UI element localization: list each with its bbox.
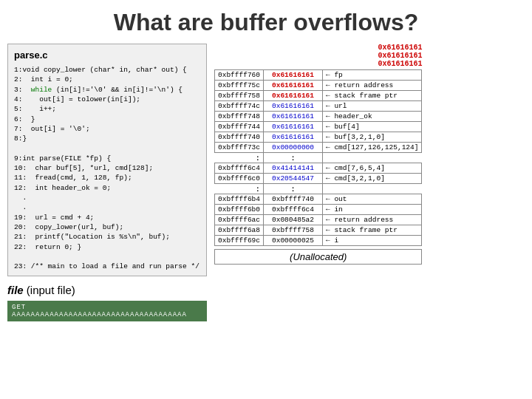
parse-c-title: parse.c — [14, 49, 200, 62]
stack-arrow: ← cmd[127,126,125,124] — [323, 143, 422, 153]
stack-row: 0xbffff74c0x61616161← url — [215, 101, 422, 112]
stack-arrow: ← stack frame ptr — [323, 225, 422, 236]
stack-arrow: ← i — [323, 236, 422, 246]
val-dots: : — [264, 153, 323, 163]
file-label: file (input file) — [7, 284, 207, 296]
top-addr-2: 0x61616161 — [378, 52, 422, 60]
code-line-4: 4: out[i] = tolower(in[i]); — [14, 95, 200, 104]
stack-addr: 0xbffff75c — [215, 81, 264, 91]
arrow-dots — [323, 153, 422, 163]
stack-row: 0xbffff7440x61616161← buf[4] — [215, 122, 422, 132]
right-panel: 0x61616161 0x61616161 0x61616161 0xbffff… — [214, 44, 525, 321]
stack-addr: 0xbffff748 — [215, 112, 264, 122]
stack-addr: 0xbffff744 — [215, 122, 264, 132]
code-line-3: 3: while (in[i]!='\0' && in[i]!='\n') { — [14, 85, 200, 95]
stack-val: 0x61616161 — [264, 132, 323, 143]
stack-row: 0xbffff69c0x00000025← i — [215, 236, 422, 246]
stack-val: 0x080485a2 — [264, 215, 323, 225]
code-line-11: 11: fread(cmd, 1, 128, fp); — [14, 173, 200, 183]
code-line-2: 2: int i = 0; — [14, 75, 200, 84]
stack-arrow: ← fp — [323, 70, 422, 81]
stack-val: 0x00000025 — [264, 236, 323, 246]
stack-addr: 0xbffff73c — [215, 143, 264, 153]
stack-arrow: ← stack frame ptr — [323, 91, 422, 101]
code-line-23: 23: /** main to load a file and run pars… — [14, 262, 200, 271]
code-line-21: 21: printf("Location is %s\n", buf); — [14, 232, 200, 242]
stack-arrow: ← header_ok — [323, 112, 422, 122]
stack-addr: 0xbffff6b0 — [215, 205, 264, 215]
stack-arrow: ← in — [323, 205, 422, 215]
code-line-10: 10: char buf[5], *url, cmd[128]; — [14, 163, 200, 173]
get-bar: GET AAAAAAAAAAAAAAAAAAAAAAAAAAAAAAAAAAAA… — [7, 301, 207, 321]
stack-row: 0xbffff7480x61616161← header_ok — [215, 112, 422, 122]
stack-val: 0x20544547 — [264, 174, 323, 184]
left-panel: parse.c 1:void copy_lower (char* in, cha… — [7, 44, 207, 321]
stack-row: 0xbffff73c0x00000000← cmd[127,126,125,12… — [215, 143, 422, 153]
stack-val: 0x41414141 — [264, 163, 323, 174]
stack-addr: 0xbffff6b4 — [215, 194, 264, 205]
stack-row: 0xbffff7600x61616161← fp — [215, 70, 422, 81]
stack-addr: 0xbffff74c — [215, 101, 264, 112]
addr-dots: : — [215, 153, 264, 163]
stack-val: 0x61616161 — [264, 81, 323, 91]
code-line-7: 7: out[i] = '\0'; — [14, 124, 200, 134]
stack-row: 0xbffff6a80xbffff758← stack frame ptr — [215, 225, 422, 236]
stack-val: 0xbffff758 — [264, 225, 323, 236]
stack-row: 0xbffff75c0x61616161← return address — [215, 81, 422, 91]
unallocated-label: (Unallocated) — [214, 249, 422, 265]
code-box: parse.c 1:void copy_lower (char* in, cha… — [7, 44, 207, 276]
stack-addr: 0xbffff6c4 — [215, 163, 264, 174]
code-line-1: 1:void copy_lower (char* in, char* out) … — [14, 65, 200, 75]
stack-arrow: ← out — [323, 194, 422, 205]
stack-val: 0x61616161 — [264, 91, 323, 101]
stack-addr: 0xbffff740 — [215, 132, 264, 143]
stack-val: 0xbffff740 — [264, 194, 323, 205]
stack-row: 0xbffff6ac0x080485a2← return address — [215, 215, 422, 225]
stack-section: 0x61616161 0x61616161 0x61616161 0xbffff… — [214, 44, 422, 265]
code-line-19: 19: url = cmd + 4; — [14, 213, 200, 222]
stack-addr: 0xbffff6c0 — [215, 174, 264, 184]
code-line-dots2: . — [14, 202, 200, 212]
stack-row: 0xbffff6b40xbffff740← out — [215, 194, 422, 205]
stack-row: 0xbffff7580x61616161← stack frame ptr — [215, 91, 422, 101]
val-dots: : — [264, 184, 323, 194]
top-addr-1: 0x61616161 — [378, 44, 422, 52]
stack-val: 0x61616161 — [264, 101, 323, 112]
code-line-8: 8:} — [14, 134, 200, 143]
stack-table: 0xbffff7600x61616161← fp0xbffff75c0x6161… — [214, 69, 422, 246]
stack-val: 0x61616161 — [264, 70, 323, 81]
stack-dots-row: :: — [215, 184, 422, 194]
file-keyword: file — [7, 284, 24, 296]
stack-val: 0xbffff6c4 — [264, 205, 323, 215]
code-line-9: 9:int parse(FILE *fp) { — [14, 154, 200, 163]
stack-arrow: ← buf[4] — [323, 122, 422, 132]
page-title: What are buffer overflows? — [0, 0, 532, 44]
top-addr-3: 0x61616161 — [378, 60, 422, 68]
code-line-20: 20: copy_lower(url, buf); — [14, 222, 200, 232]
code-line-12: 12: int header_ok = 0; — [14, 183, 200, 193]
while-keyword: while — [31, 86, 52, 94]
stack-row: 0xbffff6c00x20544547← cmd[3,2,1,0] — [215, 174, 422, 184]
addr-dots: : — [215, 184, 264, 194]
stack-dots-row: :: — [215, 153, 422, 163]
code-line-6: 6: } — [14, 115, 200, 124]
stack-val: 0x00000000 — [264, 143, 323, 153]
stack-addr: 0xbffff758 — [215, 91, 264, 101]
stack-arrow: ← cmd[3,2,1,0] — [323, 174, 422, 184]
stack-row: 0xbffff7400x61616161← buf[3,2,1,0] — [215, 132, 422, 143]
stack-arrow: ← return address — [323, 81, 422, 91]
top-addresses: 0x61616161 0x61616161 0x61616161 — [214, 44, 422, 68]
code-line-22: 22: return 0; } — [14, 242, 200, 252]
code-line-5: 5: i++; — [14, 104, 200, 114]
stack-addr: 0xbffff6ac — [215, 215, 264, 225]
stack-arrow: ← buf[3,2,1,0] — [323, 132, 422, 143]
stack-row: 0xbffff6c40x41414141← cmd[7,6,5,4] — [215, 163, 422, 174]
stack-val: 0x61616161 — [264, 122, 323, 132]
stack-addr: 0xbffff69c — [215, 236, 264, 246]
stack-arrow: ← url — [323, 101, 422, 112]
stack-addr: 0xbffff760 — [215, 70, 264, 81]
stack-row: 0xbffff6b00xbffff6c4← in — [215, 205, 422, 215]
stack-arrow: ← return address — [323, 215, 422, 225]
stack-val: 0x61616161 — [264, 112, 323, 122]
file-paren: (input file) — [27, 284, 75, 296]
